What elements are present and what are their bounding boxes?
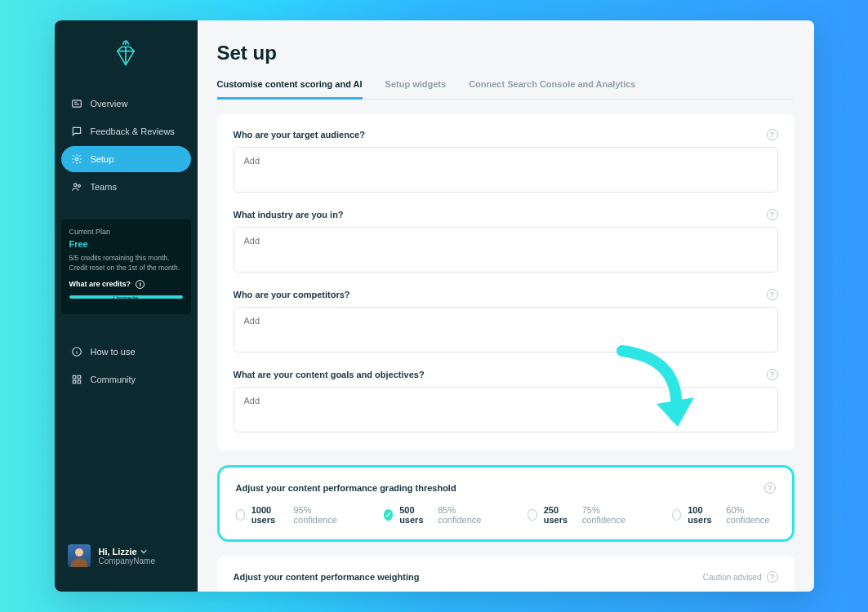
plan-card: Current Plan Free 5/5 credits remaining … [61, 220, 191, 314]
sidebar-item-label: Feedback & Reviews [91, 126, 175, 136]
setup-icon [71, 153, 82, 165]
company-name: CompanyName [99, 557, 155, 565]
overview-icon [71, 98, 82, 109]
avatar [68, 544, 91, 567]
credits-text: 5/5 credits remaining this month. Credit… [69, 254, 183, 273]
help-icon[interactable]: ? [767, 129, 778, 140]
upgrade-button[interactable]: Upgrade [69, 295, 183, 302]
tab-customise[interactable]: Customise content scoring and AI [217, 79, 363, 99]
svg-point-1 [75, 157, 78, 161]
svg-rect-8 [78, 380, 81, 384]
goals-input[interactable] [234, 387, 778, 432]
community-icon [71, 374, 82, 385]
threshold-card: Adjust your content performance grading … [217, 465, 795, 542]
user-menu[interactable]: Hi, Lizzie CompanyName [55, 534, 198, 577]
weighting-card: Adjust your content performance weightin… [217, 557, 795, 592]
svg-point-2 [73, 184, 77, 187]
radio-icon [527, 509, 536, 521]
plan-name: Free [69, 239, 183, 249]
threshold-title: Adjust your content performance grading … [236, 483, 456, 493]
sidebar-item-teams[interactable]: Teams [61, 174, 191, 200]
info-icon: i [136, 280, 145, 289]
threshold-option-500[interactable]: 500 users 85% confidence [384, 505, 487, 525]
svg-rect-6 [78, 375, 81, 379]
what-are-credits-link[interactable]: What are credits? i [69, 280, 183, 289]
svg-rect-7 [73, 380, 76, 384]
sidebar-item-label: How to use [91, 347, 136, 357]
help-icon[interactable]: ? [764, 482, 776, 494]
help-icon[interactable]: ? [767, 289, 778, 300]
sidebar-item-community[interactable]: Community [61, 366, 191, 392]
sidebar: Overview Feedback & Reviews Setup Teams … [55, 20, 198, 592]
page-title: Set up [217, 42, 795, 64]
sidebar-item-label: Overview [91, 99, 128, 109]
sidebar-item-label: Community [91, 375, 136, 384]
tab-widgets[interactable]: Setup widgets [385, 79, 447, 99]
competitors-input[interactable] [234, 307, 778, 353]
field-label: Who are your competitors? [234, 290, 350, 299]
field-label: What industry are you in? [234, 210, 344, 220]
questions-card: Who are your target audience? ? What ind… [217, 114, 795, 450]
sidebar-item-feedback[interactable]: Feedback & Reviews [61, 118, 191, 144]
radio-checked-icon [384, 509, 393, 521]
sidebar-item-label: Setup [91, 154, 114, 164]
teams-icon [71, 181, 82, 193]
user-greeting: Hi, Lizzie [99, 547, 137, 557]
industry-input[interactable] [234, 227, 778, 273]
tabbar: Customise content scoring and AI Setup w… [217, 79, 795, 100]
audience-input[interactable] [234, 147, 778, 193]
radio-icon [672, 509, 681, 521]
threshold-option-1000[interactable]: 1000 users 95% confidence [236, 505, 343, 525]
radio-icon [236, 509, 245, 521]
help-icon[interactable]: ? [767, 369, 778, 380]
diamond-logo-icon [112, 40, 140, 68]
tab-connect[interactable]: Connect Search Console and Analytics [469, 79, 635, 99]
svg-point-3 [78, 184, 80, 187]
feedback-icon [71, 126, 82, 137]
main-content: Set up Customise content scoring and AI … [198, 20, 814, 592]
sidebar-item-overview[interactable]: Overview [61, 91, 191, 117]
threshold-option-250[interactable]: 250 users 75% confidence [527, 505, 631, 525]
plan-title: Current Plan [69, 228, 183, 236]
sidebar-item-label: Teams [91, 182, 117, 192]
svg-rect-5 [73, 375, 76, 379]
field-label: What are your content goals and objectiv… [234, 370, 425, 379]
logo [55, 35, 198, 91]
sidebar-item-setup[interactable]: Setup [61, 146, 191, 172]
caution-label: Caution advised ? [703, 571, 778, 583]
info-icon [71, 346, 82, 357]
help-icon[interactable]: ? [767, 209, 778, 220]
sidebar-item-howto[interactable]: How to use [61, 339, 191, 365]
help-icon[interactable]: ? [767, 571, 778, 583]
chevron-down-icon [140, 548, 147, 555]
weighting-title: Adjust your content performance weightin… [234, 572, 420, 582]
threshold-option-100[interactable]: 100 users 60% confidence [672, 505, 776, 525]
field-label: Who are your target audience? [234, 130, 365, 140]
